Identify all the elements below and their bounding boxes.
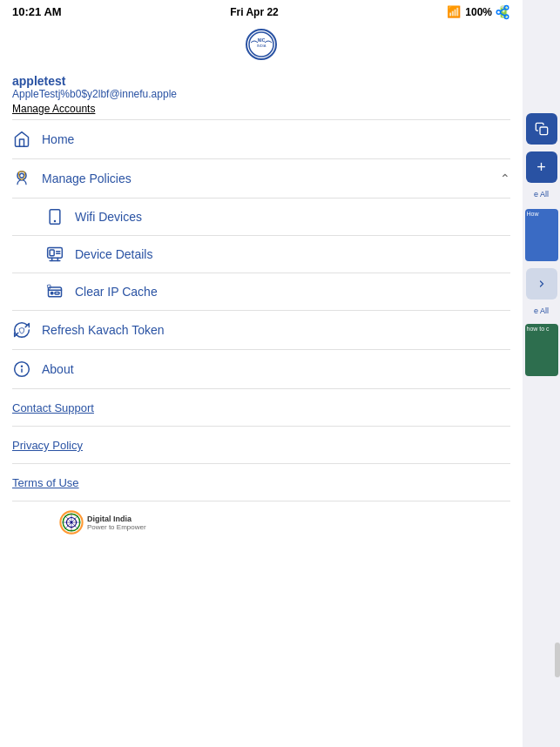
right-thumb-card-1: How <box>525 209 558 261</box>
terms-of-use-item[interactable]: Terms of Use <box>0 464 523 501</box>
clear-ip-cache-icon <box>45 282 64 301</box>
di-text-line1: Digital India <box>87 515 146 523</box>
thumb-text-2: how to c <box>525 324 558 333</box>
logo-svg: NIC INDIA <box>247 30 275 58</box>
di-text-line2: Power to Empower <box>87 523 146 531</box>
device-details-icon <box>45 245 64 264</box>
svg-text:NIC: NIC <box>258 37 266 43</box>
privacy-policy-link[interactable]: Privacy Policy <box>12 439 83 452</box>
svg-point-21 <box>51 292 53 294</box>
logo-area: NIC INDIA <box>0 22 523 65</box>
svg-text:INDIA: INDIA <box>257 44 267 48</box>
wifi-devices-icon <box>45 207 64 226</box>
menu-item-refresh-kavach[interactable]: Refresh Kavach Token <box>0 311 523 349</box>
wifi-icon: 📶 <box>447 5 461 18</box>
contact-support-link[interactable]: Contact Support <box>12 401 94 414</box>
chevron-right-icon <box>536 279 547 289</box>
status-date: Fri Apr 22 <box>230 6 279 18</box>
drawer-panel: 10:21 AM Fri Apr 22 📶 100% 🔋 NIC INDIA <box>0 0 523 747</box>
svg-rect-13 <box>50 250 54 256</box>
share-button[interactable] <box>495 4 510 24</box>
see-all-2[interactable]: e All <box>534 306 549 315</box>
svg-line-4 <box>500 9 504 11</box>
clear-ip-cache-label: Clear IP Cache <box>75 285 158 299</box>
menu-item-about[interactable]: About <box>0 350 523 388</box>
refresh-kavach-icon <box>12 320 31 340</box>
battery-label: 100% <box>465 6 492 18</box>
svg-line-3 <box>500 13 504 16</box>
about-label: About <box>42 362 510 376</box>
manage-accounts-link[interactable]: Manage Accounts <box>12 103 95 115</box>
about-icon <box>12 360 31 379</box>
digital-india-text: Digital India Power to Empower <box>87 515 146 531</box>
svg-rect-22 <box>55 292 59 294</box>
copy-button[interactable] <box>526 113 557 145</box>
digital-india-wheel <box>59 510 84 535</box>
svg-point-8 <box>20 173 24 178</box>
wifi-devices-label: Wifi Devices <box>75 210 142 224</box>
user-info-section: appletest AppleTestj%b0$y2lbf@innefu.app… <box>0 65 523 119</box>
scrollbar-thumb[interactable] <box>555 643 560 677</box>
digital-india-section: Digital India Power to Empower <box>0 501 523 543</box>
submenu-item-device-details[interactable]: Device Details <box>0 236 523 273</box>
svg-point-33 <box>71 522 73 524</box>
thumb-text-1: How <box>525 209 558 219</box>
username-label: appletest <box>12 74 510 88</box>
add-button[interactable]: + <box>526 151 557 183</box>
submenu-item-wifi-devices[interactable]: Wifi Devices <box>0 199 523 235</box>
manage-policies-icon <box>12 169 31 188</box>
home-label: Home <box>42 132 510 146</box>
home-icon <box>12 130 31 149</box>
see-all-1[interactable]: e All <box>534 190 549 199</box>
status-time: 10:21 AM <box>12 5 62 18</box>
menu-item-manage-policies[interactable]: Manage Policies ⌃ <box>0 159 523 198</box>
user-email-label: AppleTestj%b0$y2lbf@innefu.apple <box>12 88 510 100</box>
nic-logo: NIC INDIA <box>246 29 277 60</box>
refresh-kavach-label: Refresh Kavach Token <box>42 323 510 337</box>
right-thumb-card-2: how to c <box>525 324 558 376</box>
digital-india-logo: Digital India Power to Empower <box>59 510 146 535</box>
privacy-policy-item[interactable]: Privacy Policy <box>0 427 523 463</box>
manage-policies-chevron: ⌃ <box>500 172 510 185</box>
contact-support-item[interactable]: Contact Support <box>0 389 523 426</box>
right-panel: + e All How e All how to c <box>523 0 560 747</box>
next-button[interactable] <box>526 268 557 299</box>
copy-icon <box>535 122 549 136</box>
submenu-item-clear-ip-cache[interactable]: Clear IP Cache <box>0 273 523 310</box>
manage-policies-label: Manage Policies <box>42 172 500 185</box>
menu-item-home[interactable]: Home <box>0 120 523 158</box>
svg-rect-34 <box>540 127 548 135</box>
terms-of-use-link[interactable]: Terms of Use <box>12 476 79 489</box>
share-icon <box>495 4 510 20</box>
status-bar: 10:21 AM Fri Apr 22 📶 100% 🔋 <box>0 0 523 22</box>
device-details-label: Device Details <box>75 247 152 261</box>
add-icon: + <box>536 158 546 177</box>
